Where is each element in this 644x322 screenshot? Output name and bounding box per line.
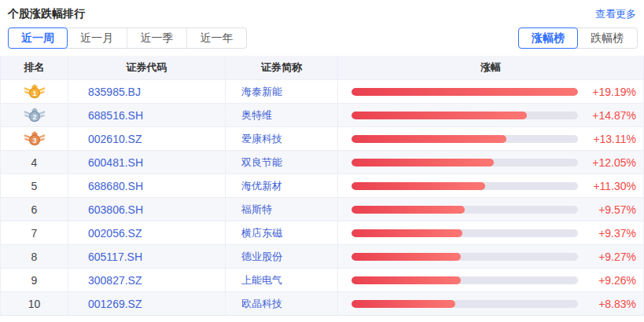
stock-name[interactable]: 奥特维 [241, 108, 272, 123]
stock-name-cell[interactable]: 奥特维 [226, 104, 338, 126]
table-row[interactable]: 5 688680.SH 海优新材 +11.30% [1, 174, 643, 197]
rank-cell: 1 [1, 80, 68, 103]
tab-period-近一季[interactable]: 近一季 [127, 28, 186, 49]
rank-number: 6 [31, 203, 38, 216]
stock-name[interactable]: 欧晶科技 [241, 297, 282, 311]
stock-name-cell[interactable]: 德业股份 [226, 245, 338, 268]
tab-period-近一周[interactable]: 近一周 [8, 27, 68, 49]
view-more-link[interactable]: 查看更多 [595, 7, 636, 21]
tab-period-近一月[interactable]: 近一月 [67, 28, 127, 49]
rank-number: 8 [31, 251, 38, 263]
rank-number: 5 [31, 180, 38, 192]
rank-cell: 4 [1, 151, 68, 174]
table-row[interactable]: 2 688516.SH 奥特维 +14.87% [1, 103, 643, 126]
change-cell: +9.37% [338, 221, 643, 244]
rank-number: 4 [31, 156, 38, 169]
stock-name[interactable]: 海优新材 [241, 179, 282, 193]
table-row[interactable]: 3 002610.SZ 爱康科技 +13.11% [1, 126, 643, 150]
stock-code[interactable]: 600481.SH [88, 156, 143, 169]
tab-period-近一年[interactable]: 近一年 [186, 28, 246, 49]
rank-number: 7 [31, 227, 38, 240]
rank-cell: 10 [1, 292, 68, 315]
change-bar-fill [351, 182, 485, 190]
stock-code-cell[interactable]: 002610.SZ [68, 127, 226, 150]
stock-name-cell[interactable]: 欧晶科技 [226, 292, 338, 315]
rank-cell: 3 [1, 127, 68, 150]
change-cell: +13.11% [338, 127, 643, 150]
table-row[interactable]: 6 603806.SH 福斯特 +9.57% [1, 197, 643, 221]
change-bar-track [351, 206, 578, 214]
stock-code-cell[interactable]: 300827.SZ [68, 269, 226, 291]
silver-medal-icon: 2 [24, 107, 46, 123]
gold-medal-icon: 1 [24, 83, 46, 100]
change-bar-fill [351, 112, 527, 119]
stock-name-cell[interactable]: 福斯特 [226, 198, 338, 221]
table-row[interactable]: 10 001269.SZ 欧晶科技 +8.83% [1, 291, 643, 315]
stock-name-cell[interactable]: 爱康科技 [226, 127, 338, 150]
stock-code-cell[interactable]: 002056.SZ [68, 221, 226, 244]
stock-name[interactable]: 海泰新能 [241, 85, 282, 99]
change-cell: +9.57% [338, 198, 643, 221]
stock-code[interactable]: 688680.SH [88, 180, 143, 192]
period-tab-group: 近一周近一月近一季近一年 [8, 27, 247, 49]
svg-text:2: 2 [32, 113, 36, 121]
controls-row: 近一周近一月近一季近一年 涨幅榜跌幅榜 [0, 21, 644, 49]
change-bar-track [351, 182, 578, 190]
column-header-code: 证券代码 [68, 56, 226, 79]
stock-name[interactable]: 横店东磁 [241, 226, 282, 240]
change-bar-fill [351, 159, 494, 166]
table-row[interactable]: 8 605117.SH 德业股份 +9.27% [1, 244, 643, 268]
stock-code-cell[interactable]: 835985.BJ [68, 80, 226, 103]
stock-name[interactable]: 福斯特 [241, 203, 272, 217]
stock-name-cell[interactable]: 双良节能 [226, 151, 338, 174]
stock-name[interactable]: 德业股份 [241, 250, 282, 264]
change-bar-track [351, 135, 578, 143]
rank-cell: 8 [1, 245, 68, 268]
change-percent: +12.05% [578, 156, 643, 169]
stock-code-cell[interactable]: 600481.SH [68, 151, 226, 174]
stock-code[interactable]: 002610.SZ [88, 133, 142, 145]
change-percent: +13.11% [578, 133, 643, 145]
change-bar-track [351, 159, 578, 166]
stock-name[interactable]: 上能电气 [241, 273, 282, 287]
table-row[interactable]: 1 835985.BJ 海泰新能 +19.19% [1, 79, 643, 103]
stock-code-cell[interactable]: 001269.SZ [68, 292, 226, 315]
page-title: 个股涨跌幅排行 [8, 7, 85, 21]
change-cell: +9.27% [338, 245, 643, 268]
tab-board-涨幅榜[interactable]: 涨幅榜 [518, 27, 578, 49]
stock-code[interactable]: 300827.SZ [88, 274, 142, 287]
change-percent: +9.27% [578, 251, 643, 263]
stock-code[interactable]: 603806.SH [88, 203, 143, 216]
column-header-name: 证券简称 [226, 56, 338, 79]
stock-code[interactable]: 002056.SZ [88, 227, 142, 240]
stock-name-cell[interactable]: 海泰新能 [226, 80, 338, 103]
change-cell: +11.30% [338, 174, 643, 197]
tab-board-跌幅榜[interactable]: 跌幅榜 [577, 28, 637, 49]
change-bar-track [351, 253, 578, 261]
table-row[interactable]: 7 002056.SZ 横店东磁 +9.37% [1, 221, 643, 244]
change-bar-track [351, 112, 578, 119]
stock-code[interactable]: 001269.SZ [88, 298, 142, 310]
change-bar-track [351, 229, 578, 237]
stock-name-cell[interactable]: 海优新材 [226, 174, 338, 197]
stock-code[interactable]: 605117.SH [88, 251, 142, 263]
table-header-row: 排名 证券代码 证券简称 涨幅 [1, 56, 643, 79]
stock-code-cell[interactable]: 688516.SH [68, 104, 226, 126]
stock-name-cell[interactable]: 上能电气 [226, 269, 338, 291]
table-row[interactable]: 9 300827.SZ 上能电气 +9.26% [1, 268, 643, 291]
rank-cell: 6 [1, 198, 68, 221]
stock-name-cell[interactable]: 横店东磁 [226, 221, 338, 244]
change-bar-fill [351, 135, 506, 143]
stock-code-cell[interactable]: 603806.SH [68, 198, 226, 221]
table-row[interactable]: 4 600481.SH 双良节能 +12.05% [1, 150, 643, 174]
stock-code-cell[interactable]: 688680.SH [68, 174, 226, 197]
change-percent: +9.57% [578, 203, 643, 216]
change-bar-fill [351, 88, 578, 96]
stock-name[interactable]: 爱康科技 [241, 132, 282, 146]
stock-code-cell[interactable]: 605117.SH [68, 245, 226, 268]
board-tab-group: 涨幅榜跌幅榜 [518, 27, 638, 49]
stock-name[interactable]: 双良节能 [241, 156, 282, 170]
stock-code[interactable]: 835985.BJ [88, 86, 141, 98]
stock-code[interactable]: 688516.SH [88, 109, 143, 122]
rank-number: 9 [31, 274, 38, 287]
